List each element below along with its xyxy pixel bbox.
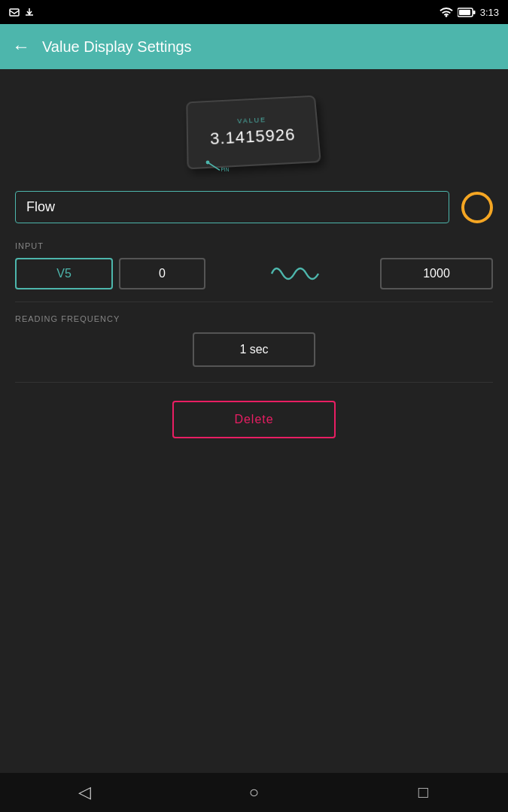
svg-line-5 xyxy=(208,162,220,170)
min-value-display: 0 xyxy=(119,258,205,289)
input-row: V5 0 1000 xyxy=(15,258,493,289)
max-value-display: 1000 xyxy=(380,258,493,289)
app-bar: ← Value Display Settings xyxy=(0,24,508,69)
wifi-icon xyxy=(440,7,453,17)
reading-frequency-button[interactable]: 1 sec xyxy=(193,332,315,367)
pin-selector[interactable]: V5 xyxy=(15,258,113,289)
delete-button[interactable]: Delete xyxy=(172,401,335,438)
svg-rect-3 xyxy=(473,11,475,14)
svg-point-6 xyxy=(205,161,209,165)
svg-point-1 xyxy=(445,15,447,17)
widget-value: 3.1415926 xyxy=(209,125,296,149)
download-icon xyxy=(24,7,35,17)
app-bar-title: Value Display Settings xyxy=(42,38,192,56)
nav-recent-button[interactable]: □ xyxy=(401,777,446,807)
status-bar: 3:13 xyxy=(0,0,508,24)
svg-rect-0 xyxy=(10,9,19,16)
name-input[interactable] xyxy=(15,191,449,223)
notification-icon xyxy=(9,7,20,17)
color-picker[interactable] xyxy=(461,192,493,223)
back-button[interactable]: ← xyxy=(12,36,30,57)
status-icons: 3:13 xyxy=(440,7,499,18)
nav-back-button[interactable]: ◁ xyxy=(62,777,108,807)
divider-2 xyxy=(15,382,493,383)
status-bar-left xyxy=(9,7,35,17)
signal-icon xyxy=(211,260,380,287)
main-content: VALUE 3.1415926 PIN INPUT V5 0 1000 xyxy=(0,69,508,773)
value-display-widget: VALUE 3.1415926 PIN xyxy=(187,90,322,173)
name-row xyxy=(15,191,493,223)
widget-pin: PIN xyxy=(202,158,232,173)
signal-wave-svg xyxy=(269,260,323,287)
widget-label: VALUE xyxy=(237,116,266,125)
input-section-label: INPUT xyxy=(15,241,493,250)
battery-icon xyxy=(458,8,476,17)
svg-text:PIN: PIN xyxy=(221,167,229,172)
reading-frequency-label: READING FREQUENCY xyxy=(15,314,493,323)
nav-home-button[interactable]: ○ xyxy=(232,777,277,807)
bottom-nav: ◁ ○ □ xyxy=(0,773,508,812)
divider-1 xyxy=(15,301,493,302)
status-time: 3:13 xyxy=(480,7,499,18)
widget-container: VALUE 3.1415926 PIN xyxy=(187,90,322,173)
svg-rect-4 xyxy=(459,10,470,15)
